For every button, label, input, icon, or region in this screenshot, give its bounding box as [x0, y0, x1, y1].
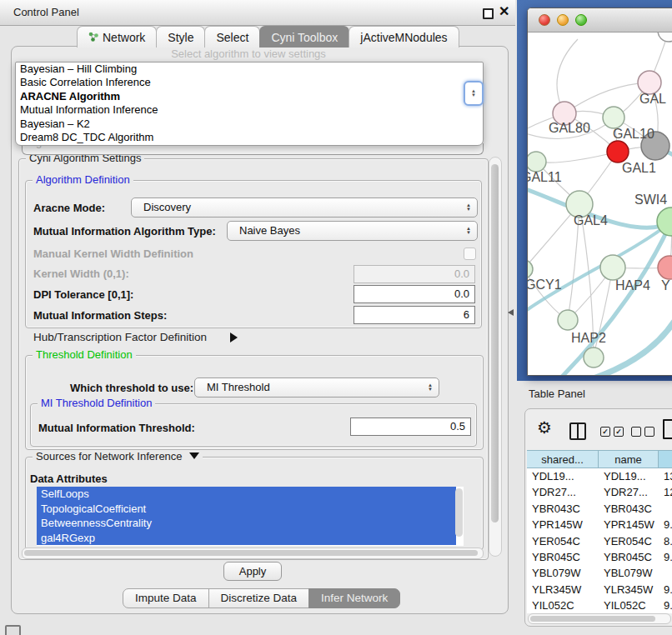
table-row[interactable]: YLR345WYLR345W9. — [527, 582, 672, 598]
settings-vertical-scrollbar[interactable] — [489, 157, 502, 557]
zoom-window-icon[interactable] — [575, 14, 587, 26]
table-cell: YBR043C — [604, 501, 652, 517]
network-node[interactable] — [584, 348, 604, 368]
table-cell: YBL079W — [532, 565, 581, 581]
mi-threshold-field[interactable]: 0.5 — [350, 418, 471, 436]
network-window-titlebar[interactable] — [528, 8, 672, 32]
split-pane-handle[interactable] — [508, 309, 514, 316]
table-row[interactable]: YDR27...YDR27...12 — [527, 484, 672, 500]
kernel-width-field: 0.0 — [354, 265, 475, 283]
close-window-icon[interactable] — [539, 14, 550, 26]
tab-cyni-toolbox[interactable]: Cyni Toolbox — [259, 26, 349, 48]
node-label-hap4: HAP4 — [615, 278, 650, 292]
table-cell: YIL052C — [604, 598, 646, 613]
aracne-mode-combo[interactable]: Discovery ▲▼ — [131, 198, 478, 218]
bottom-tab-impute-data[interactable]: Impute Data — [123, 588, 209, 608]
network-node-gal10[interactable] — [603, 107, 624, 128]
attribute-item[interactable]: gal4RGexp — [37, 531, 456, 546]
algorithm-option[interactable]: Basic Correlation Inference — [16, 76, 483, 89]
gear-icon[interactable]: ⚙ — [537, 419, 552, 436]
table-cell: 9. — [664, 517, 672, 532]
table-cell: YBL079W — [604, 565, 653, 581]
table-row[interactable]: YBR045CYBR045C9. — [527, 549, 672, 565]
table-row[interactable]: YDL19...YDL19...13 — [527, 468, 672, 484]
float-panel-icon[interactable] — [483, 8, 494, 19]
attribute-item[interactable]: SelfLoops — [37, 487, 456, 502]
mi-type-label: Mutual Information Algorithm Type: — [33, 225, 216, 238]
dpi-tolerance-label: DPI Tolerance [0,1]: — [33, 288, 133, 301]
scrollbar-thumb[interactable] — [491, 164, 499, 522]
select-all-columns-icon[interactable]: ✓✓ — [600, 427, 624, 437]
column-header-name[interactable]: name — [599, 450, 659, 468]
data-attributes-label: Data Attributes — [30, 472, 108, 485]
network-node-gcy1[interactable] — [528, 260, 533, 278]
attribute-item[interactable]: TopologicalCoefficient — [37, 502, 456, 517]
network-node-gal11[interactable] — [528, 152, 546, 172]
node-label-gal: GAL — [639, 92, 666, 106]
column-header-partial[interactable] — [659, 450, 672, 468]
scrollbar-thumb[interactable] — [24, 550, 478, 556]
tab-select[interactable]: Select — [204, 26, 260, 48]
table-horizontal-scrollbar[interactable] — [528, 613, 671, 624]
export-table-icon[interactable] — [663, 419, 672, 439]
algorithm-option[interactable]: Bayesian – K2 — [16, 118, 483, 131]
network-edge — [536, 152, 618, 162]
table-cell: YIL052C — [532, 598, 574, 613]
table-row[interactable]: YIL052CYIL052C9. — [527, 598, 672, 613]
bottom-tab-discretize-data[interactable]: Discretize Data — [208, 588, 310, 608]
table-row[interactable]: YBL079WYBL079W — [527, 565, 672, 581]
network-node-y[interactable] — [658, 256, 672, 279]
apply-button[interactable]: Apply — [223, 562, 282, 581]
scrollbar-thumb[interactable] — [530, 616, 655, 622]
table-cell: YBR043C — [532, 501, 580, 517]
node-label-swi4: SWI4 — [634, 192, 667, 207]
manual-kernel-checkbox[interactable] — [464, 248, 476, 260]
columns-icon[interactable] — [569, 422, 586, 440]
combo-stepper-icon: ▲▼ — [428, 379, 433, 396]
kernel-width-label: Kernel Width (0,1): — [33, 268, 129, 280]
column-header-shared[interactable]: shared... — [527, 450, 599, 468]
sources-collapse-icon[interactable] — [189, 452, 199, 459]
mi-threshold-group-title: MI Threshold Definition — [38, 397, 155, 409]
which-threshold-combo[interactable]: MI Threshold ▲▼ — [194, 378, 439, 398]
table-cell: YPR145W — [532, 517, 583, 532]
deselect-all-columns-icon[interactable] — [631, 427, 654, 437]
network-node[interactable] — [658, 32, 672, 42]
algorithm-option[interactable]: ARACNE Algorithm — [16, 90, 483, 103]
table-row[interactable]: YPR145WYPR145W9. — [527, 517, 672, 532]
mi-type-combo[interactable]: Naive Bayes ▲▼ — [227, 221, 478, 241]
dpi-tolerance-field[interactable]: 0.0 — [354, 285, 475, 303]
settings-horizontal-scrollbar[interactable] — [22, 548, 484, 559]
algorithm-combo-stepper[interactable]: ▲▼ — [464, 81, 484, 106]
network-node-gal1[interactable] — [607, 141, 629, 162]
tab-style[interactable]: Style — [156, 26, 205, 48]
node-label-gcy1: GCY1 — [528, 278, 562, 292]
algorithm-option[interactable]: Dream8 DC_TDC Algorithm — [16, 131, 483, 144]
node-label-gal1: GAL1 — [622, 161, 656, 175]
algorithm-option[interactable]: Mutual Information Inference — [16, 103, 483, 117]
hub-expand-arrow-icon[interactable] — [230, 332, 238, 344]
node-label-hap2: HAP2 — [571, 331, 606, 345]
tab-label: Network — [103, 28, 145, 48]
tab-label: jActiveMNodules — [360, 28, 447, 48]
network-node-hap2[interactable] — [558, 310, 578, 330]
table-row[interactable]: YBR043CYBR043C — [527, 501, 672, 517]
network-view-window: GALGAL80GAL10GAL1GAL11SWI4GAL4GCY1HAP4YH… — [527, 8, 672, 376]
node-label-gal11: GAL11 — [528, 170, 562, 184]
table-row[interactable]: YER054CYER054C8. — [527, 533, 672, 549]
tab-network[interactable]: Network — [77, 26, 157, 48]
attribute-item[interactable]: BetweennessCentrality — [37, 516, 456, 531]
algorithm-select-placeholder[interactable]: Select algorithm to view settings — [17, 48, 480, 61]
network-canvas[interactable]: GALGAL80GAL10GAL1GAL11SWI4GAL4GCY1HAP4YH… — [528, 32, 672, 375]
dock-panel-icon[interactable] — [5, 625, 21, 635]
tab-jactivemnodules[interactable]: jActiveMNodules — [349, 26, 459, 48]
network-node-hap4[interactable] — [600, 255, 625, 280]
close-panel-icon[interactable]: ✕ — [499, 3, 509, 19]
combo-stepper-icon: ▲▼ — [466, 199, 471, 216]
algorithm-option[interactable]: Bayesian – Hill Climbing — [16, 62, 483, 76]
network-node-gal[interactable] — [638, 71, 661, 94]
minimize-window-icon[interactable] — [557, 14, 569, 26]
bottom-tab-infer-network[interactable]: Infer Network — [308, 588, 400, 608]
mi-steps-field[interactable]: 6 — [354, 306, 475, 324]
attributes-scrollbar[interactable] — [455, 488, 463, 537]
